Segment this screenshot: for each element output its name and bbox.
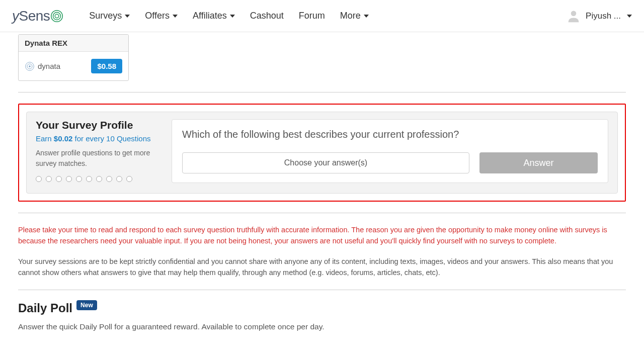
avatar-icon (567, 9, 581, 23)
divider (18, 213, 626, 213)
svg-point-6 (29, 65, 30, 67)
nav-cashout[interactable]: Cashout (250, 11, 284, 21)
progress-dot (106, 176, 112, 182)
nav-more[interactable]: More (340, 11, 369, 21)
caret-down-icon (627, 15, 632, 18)
progress-dot (126, 176, 132, 182)
user-menu[interactable]: Piyush ... (567, 9, 632, 23)
nav-cashout-label: Cashout (250, 11, 284, 21)
nav-more-label: More (340, 11, 361, 21)
progress-dot (46, 176, 52, 182)
warning-text: Please take your time to read and respon… (18, 224, 626, 247)
logo[interactable]: ySens (12, 8, 65, 24)
svg-point-2 (55, 14, 59, 18)
survey-card[interactable]: Dynata REX dynata $0.58 (18, 34, 129, 81)
dynata-brand-text: dynata (38, 62, 60, 70)
dynata-logo: dynata (25, 61, 60, 71)
dynata-swirl-icon (25, 61, 35, 71)
svg-point-1 (53, 12, 61, 20)
daily-poll-subtitle: Answer the quick Daily Poll for a guaran… (18, 322, 626, 331)
profile-hint: Answer profile questions to get more sur… (36, 148, 172, 169)
nav-surveys[interactable]: Surveys (89, 11, 130, 21)
progress-dots (36, 176, 172, 182)
logo-swirl-icon (49, 8, 65, 24)
answer-select-placeholder: Choose your answer(s) (284, 158, 367, 167)
profile-earn-suffix: for every 10 Questions (72, 134, 150, 143)
answer-button[interactable]: Answer (479, 152, 598, 173)
nav-affiliates-label: Affiliates (193, 11, 227, 21)
survey-profile-highlight: Your Survey Profile Earn $0.02 for every… (18, 104, 626, 202)
daily-poll-header: Daily Poll New (18, 301, 626, 315)
profile-left: Your Survey Profile Earn $0.02 for every… (36, 119, 172, 183)
profile-earn-text: Earn $0.02 for every 10 Questions (36, 134, 172, 143)
profile-earn-amount: $0.02 (54, 134, 73, 143)
navbar: ySens Surveys Offers Affiliates (0, 0, 644, 32)
nav-forum[interactable]: Forum (299, 11, 325, 21)
divider (18, 290, 626, 290)
progress-dot (96, 176, 102, 182)
logo-text-sense: Sens (19, 8, 50, 24)
divider (18, 92, 626, 93)
progress-dot (76, 176, 82, 182)
answer-select[interactable]: Choose your answer(s) (182, 152, 469, 173)
svg-point-3 (571, 11, 577, 16)
progress-dot (36, 176, 42, 182)
nav-offers-label: Offers (145, 11, 170, 21)
nav-surveys-label: Surveys (89, 11, 122, 21)
progress-dot (56, 176, 62, 182)
content: Dynata REX dynata $0.58 Your Survey Prof… (0, 34, 644, 331)
profile-question-panel: Which of the following best describes yo… (172, 119, 608, 183)
caret-down-icon (230, 15, 235, 18)
profile-title: Your Survey Profile (36, 119, 172, 131)
progress-dot (86, 176, 92, 182)
nav-affiliates[interactable]: Affiliates (193, 11, 235, 21)
survey-card-title: Dynata REX (19, 35, 128, 52)
survey-price-button[interactable]: $0.58 (91, 59, 122, 73)
progress-dot (116, 176, 122, 182)
caret-down-icon (125, 15, 130, 18)
caret-down-icon (173, 15, 178, 18)
nav-forum-label: Forum (299, 11, 325, 21)
daily-poll-title: Daily Poll (18, 301, 72, 315)
survey-card-body: dynata $0.58 (19, 52, 128, 80)
survey-profile-panel: Your Survey Profile Earn $0.02 for every… (26, 112, 618, 194)
navbar-left: ySens Surveys Offers Affiliates (12, 8, 369, 24)
profile-question: Which of the following best describes yo… (182, 129, 598, 140)
logo-text-y: y (12, 8, 19, 24)
caret-down-icon (364, 15, 369, 18)
nav-links: Surveys Offers Affiliates Cashout Forum … (89, 11, 369, 21)
info-text: Your survey sessions are to be kept stri… (18, 256, 626, 279)
nav-offers[interactable]: Offers (145, 11, 178, 21)
answer-row: Choose your answer(s) Answer (182, 152, 598, 173)
new-badge: New (76, 300, 97, 310)
progress-dot (66, 176, 72, 182)
username: Piyush ... (586, 11, 621, 21)
profile-earn-prefix: Earn (36, 134, 54, 143)
